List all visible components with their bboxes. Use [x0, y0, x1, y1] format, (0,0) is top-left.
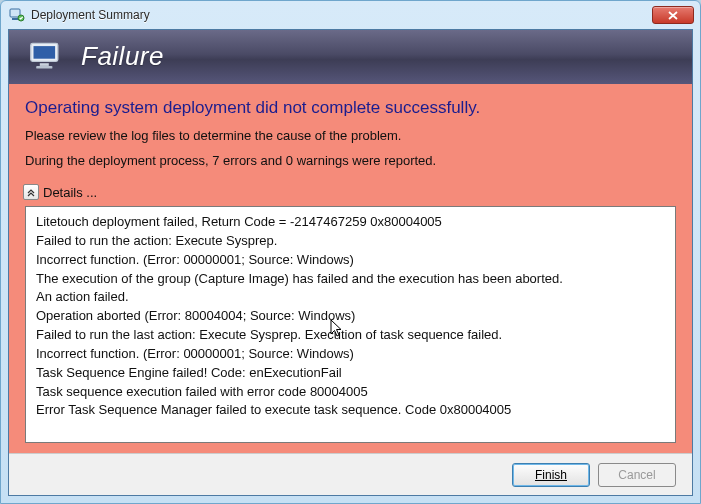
error-log-box[interactable]: Litetouch deployment failed, Return Code…	[25, 206, 676, 443]
collapse-chevron-icon	[23, 184, 39, 200]
details-toggle[interactable]: Details ...	[23, 184, 676, 200]
finish-button[interactable]: Finish	[512, 463, 590, 487]
error-review-msg: Please review the log files to determine…	[25, 128, 676, 143]
close-button[interactable]	[652, 6, 694, 24]
svg-rect-5	[40, 63, 49, 66]
banner: Failure	[9, 30, 692, 84]
details-label: Details ...	[43, 185, 97, 200]
app-icon	[9, 7, 25, 23]
banner-title: Failure	[81, 41, 164, 72]
window-title: Deployment Summary	[31, 8, 652, 22]
error-heading: Operating system deployment did not comp…	[25, 98, 676, 118]
svg-rect-6	[36, 66, 52, 69]
svg-rect-4	[34, 46, 56, 59]
titlebar[interactable]: Deployment Summary	[1, 1, 700, 29]
monitor-icon	[29, 41, 65, 71]
dialog-window: Deployment Summary Failure Operating sys…	[0, 0, 701, 504]
button-bar: Finish Cancel	[9, 453, 692, 495]
error-count-msg: During the deployment process, 7 errors …	[25, 153, 676, 168]
svg-rect-1	[12, 18, 18, 20]
error-panel: Operating system deployment did not comp…	[9, 84, 692, 453]
cancel-button: Cancel	[598, 463, 676, 487]
client-area: Failure Operating system deployment did …	[8, 29, 693, 496]
